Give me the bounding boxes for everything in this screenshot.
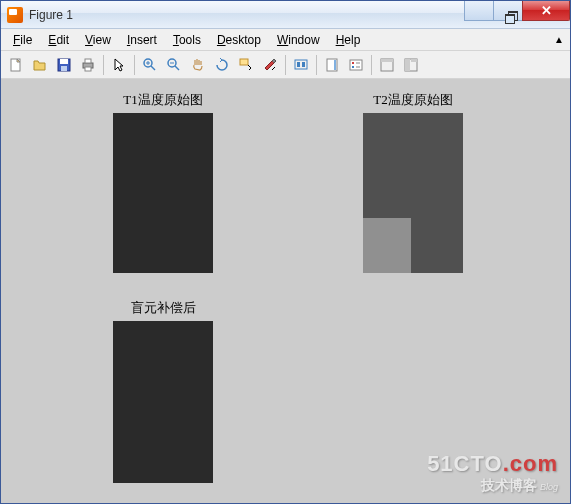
svg-rect-21 <box>334 60 336 70</box>
svg-rect-17 <box>295 60 307 69</box>
close-button[interactable]: ✕ <box>522 1 570 21</box>
svg-rect-22 <box>350 60 362 70</box>
link-button[interactable] <box>290 54 312 76</box>
save-button[interactable] <box>53 54 75 76</box>
link-icon <box>293 57 309 73</box>
subplot-t2: T2温度原始图 <box>363 91 463 276</box>
separator <box>371 55 372 75</box>
subplot-t1: T1温度原始图 <box>113 91 213 276</box>
hide-tools-button[interactable] <box>376 54 398 76</box>
menu-file[interactable]: File <box>5 31 40 49</box>
subplot-t2-title: T2温度原始图 <box>363 91 463 109</box>
save-icon <box>56 57 72 73</box>
brush-icon <box>262 57 278 73</box>
pointer-icon <box>111 57 127 73</box>
zoom-in-button[interactable] <box>139 54 161 76</box>
dock-button[interactable] <box>400 54 422 76</box>
pan-icon <box>190 57 206 73</box>
svg-rect-3 <box>61 66 67 71</box>
print-button[interactable] <box>77 54 99 76</box>
svg-rect-31 <box>411 59 417 62</box>
menu-edit[interactable]: Edit <box>40 31 77 49</box>
watermark-sub: 技术博客 Blog <box>427 477 558 495</box>
window-controls: ✕ <box>465 1 570 21</box>
svg-rect-5 <box>85 59 91 63</box>
open-button[interactable] <box>29 54 51 76</box>
zoom-out-icon <box>166 57 182 73</box>
legend-icon <box>348 57 364 73</box>
watermark: 51CTO.com 技术博客 Blog <box>427 451 558 495</box>
open-icon <box>32 57 48 73</box>
colorbar-icon <box>324 57 340 73</box>
menu-view[interactable]: View <box>77 31 119 49</box>
rotate-button[interactable] <box>211 54 233 76</box>
hide-icon <box>379 57 395 73</box>
new-button[interactable] <box>5 54 27 76</box>
dock-icon <box>403 57 419 73</box>
svg-rect-14 <box>240 59 248 65</box>
minimize-button[interactable] <box>464 1 494 21</box>
zoom-in-icon <box>142 57 158 73</box>
menu-help[interactable]: Help <box>328 31 369 49</box>
subplot-t1-image <box>113 113 213 273</box>
app-icon <box>7 7 23 23</box>
menubar: File Edit View Insert Tools Desktop Wind… <box>1 29 570 51</box>
toolbar <box>1 51 570 79</box>
zoom-out-button[interactable] <box>163 54 185 76</box>
titlebar[interactable]: Figure 1 ✕ <box>1 1 570 29</box>
menu-insert[interactable]: Insert <box>119 31 165 49</box>
separator <box>316 55 317 75</box>
menu-tools[interactable]: Tools <box>165 31 209 49</box>
svg-rect-19 <box>302 62 305 67</box>
subplot-t2-image <box>363 113 463 273</box>
separator <box>134 55 135 75</box>
subplot-comp-title: 盲元补偿后 <box>113 299 213 317</box>
maximize-button[interactable] <box>493 1 523 21</box>
menu-expand-icon[interactable]: ▲ <box>554 34 564 45</box>
subplot-t1-title: T1温度原始图 <box>113 91 213 109</box>
subplot-compensated: 盲元补偿后 <box>113 299 213 486</box>
subplot-t2-patch <box>363 218 411 273</box>
print-icon <box>80 57 96 73</box>
watermark-main: 51CTO.com <box>427 451 558 477</box>
legend-button[interactable] <box>345 54 367 76</box>
close-icon: ✕ <box>541 3 552 18</box>
datacursor-button[interactable] <box>235 54 257 76</box>
figure-area[interactable]: T1温度原始图 T2温度原始图 盲元补偿后 51CTO.com 技术博客 Blo… <box>1 79 570 503</box>
window-title: Figure 1 <box>29 8 73 22</box>
subplot-comp-image <box>113 321 213 483</box>
separator <box>103 55 104 75</box>
menu-window[interactable]: Window <box>269 31 328 49</box>
new-icon <box>8 57 24 73</box>
svg-rect-30 <box>405 59 410 71</box>
brush-button[interactable] <box>259 54 281 76</box>
svg-rect-6 <box>85 67 91 71</box>
svg-line-8 <box>151 66 155 70</box>
pan-button[interactable] <box>187 54 209 76</box>
rotate-icon <box>214 57 230 73</box>
svg-line-16 <box>249 68 251 70</box>
pointer-button[interactable] <box>108 54 130 76</box>
figure-window: Figure 1 ✕ File Edit View Insert Tools D… <box>0 0 571 504</box>
svg-rect-28 <box>381 59 393 62</box>
svg-line-12 <box>175 66 179 70</box>
svg-rect-2 <box>60 59 68 64</box>
colorbar-button[interactable] <box>321 54 343 76</box>
datacursor-icon <box>238 57 254 73</box>
menu-desktop[interactable]: Desktop <box>209 31 269 49</box>
separator <box>285 55 286 75</box>
svg-rect-18 <box>297 62 300 67</box>
svg-line-15 <box>248 65 251 68</box>
